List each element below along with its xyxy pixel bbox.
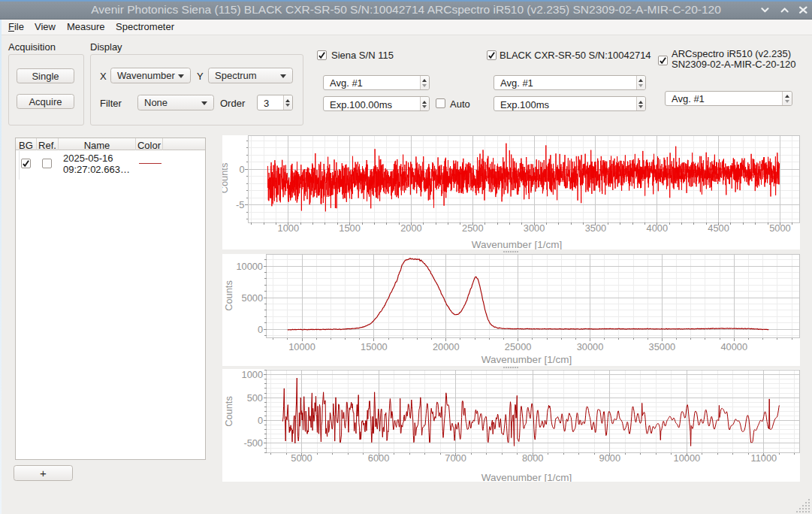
svg-text:10000: 10000 — [288, 341, 315, 352]
svg-text:6000: 6000 — [368, 452, 389, 464]
svg-text:-5: -5 — [236, 199, 244, 210]
svg-text:20000: 20000 — [433, 341, 460, 352]
svg-text:0: 0 — [239, 164, 244, 175]
svg-text:1000: 1000 — [278, 222, 299, 234]
svg-text:-500: -500 — [243, 437, 263, 449]
svg-text:30000: 30000 — [577, 341, 604, 352]
svg-text:10000: 10000 — [236, 260, 263, 271]
svg-text:2000: 2000 — [400, 222, 421, 234]
svg-text:5000: 5000 — [242, 292, 263, 303]
svg-text:5000: 5000 — [769, 222, 790, 234]
svg-text:35000: 35000 — [649, 341, 676, 352]
svg-text:Counts: Counts — [223, 396, 234, 427]
svg-text:Wavenumber [1/cm]: Wavenumber [1/cm] — [481, 471, 572, 482]
svg-text:9000: 9000 — [599, 452, 620, 464]
svg-text:8000: 8000 — [522, 452, 543, 464]
svg-text:2500: 2500 — [462, 222, 483, 234]
svg-text:500: 500 — [247, 392, 263, 403]
svg-text:3000: 3000 — [524, 222, 545, 234]
svg-text:11000: 11000 — [751, 452, 777, 464]
svg-text:0: 0 — [258, 415, 263, 426]
svg-text:0: 0 — [258, 323, 263, 334]
svg-text:40000: 40000 — [721, 341, 748, 352]
svg-text:Wavenumber [1/cm]: Wavenumber [1/cm] — [472, 239, 562, 249]
svg-text:25000: 25000 — [505, 341, 532, 352]
svg-text:1500: 1500 — [339, 222, 360, 234]
svg-text:7000: 7000 — [445, 452, 466, 464]
svg-text:Wavenumber [1/cm]: Wavenumber [1/cm] — [481, 354, 572, 365]
svg-text:3500: 3500 — [585, 222, 606, 234]
svg-text:10000: 10000 — [674, 452, 701, 464]
svg-text:4000: 4000 — [647, 222, 668, 234]
svg-text:1000: 1000 — [242, 369, 263, 380]
svg-text:5000: 5000 — [291, 452, 312, 464]
svg-text:4500: 4500 — [708, 222, 729, 234]
svg-text:15000: 15000 — [361, 341, 388, 352]
svg-text:Counts: Counts — [222, 163, 230, 194]
svg-text:Counts: Counts — [223, 280, 234, 311]
